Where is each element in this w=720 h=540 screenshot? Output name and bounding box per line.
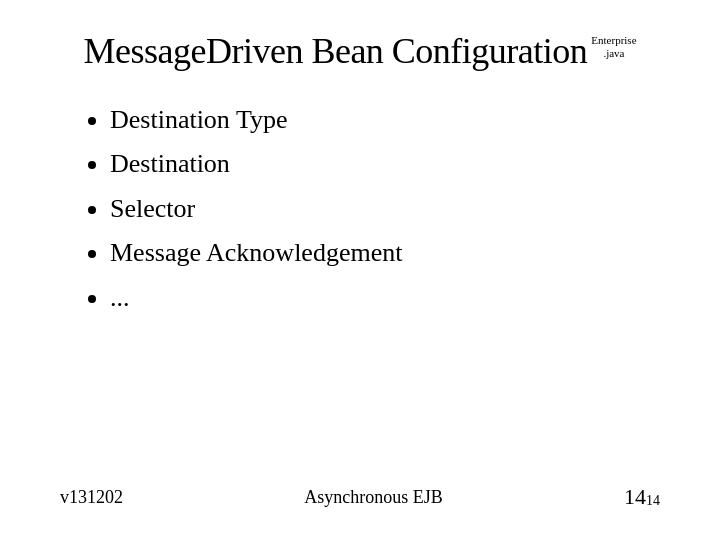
bullet-item-2: Selector	[110, 191, 660, 227]
page-number: 1414	[624, 484, 660, 510]
bullet-item-1: Destination	[110, 146, 660, 182]
page-sub: 14	[646, 493, 660, 509]
title-text: MessageDriven Bean Configuration	[83, 31, 587, 71]
slide-header: MessageDriven Bean Configuration Enterpr…	[60, 30, 660, 72]
enterprise-badge: Enterprise .java	[591, 34, 636, 60]
bullet-content: Destination TypeDestinationSelectorMessa…	[60, 102, 660, 316]
slide-footer: v131202 Asynchronous EJB 1414	[0, 484, 720, 510]
page-main: 14	[624, 484, 646, 510]
bullet-item-4: ...	[110, 280, 660, 316]
slide-title: MessageDriven Bean Configuration	[83, 30, 587, 72]
badge-line2: .java	[603, 47, 624, 60]
bullet-list: Destination TypeDestinationSelectorMessa…	[80, 102, 660, 316]
bullet-item-0: Destination Type	[110, 102, 660, 138]
bullet-item-3: Message Acknowledgement	[110, 235, 660, 271]
version-label: v131202	[60, 487, 123, 508]
badge-line1: Enterprise	[591, 34, 636, 47]
center-label: Asynchronous EJB	[304, 487, 443, 508]
slide: MessageDriven Bean Configuration Enterpr…	[0, 0, 720, 540]
